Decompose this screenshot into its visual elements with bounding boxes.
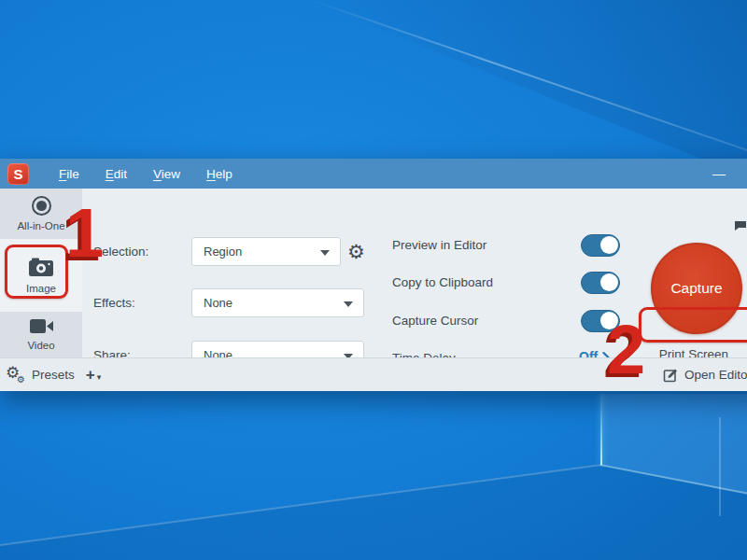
close-button[interactable]: ✕ bbox=[740, 159, 747, 189]
menu-view[interactable]: View bbox=[144, 163, 190, 185]
effects-label: Effects: bbox=[93, 296, 135, 310]
toggle-preview-in-editor[interactable] bbox=[581, 234, 620, 257]
toggle-knob bbox=[600, 273, 618, 291]
copy-to-clipboard-label: Copy to Clipboard bbox=[392, 275, 493, 289]
toggle-knob bbox=[600, 236, 618, 254]
chevron-down-icon bbox=[344, 301, 353, 307]
annotation-box-print-screen bbox=[639, 307, 747, 343]
menu-edit[interactable]: Edit bbox=[96, 163, 136, 185]
open-editor-icon bbox=[663, 368, 678, 383]
presets-label: Presets bbox=[32, 368, 75, 382]
caret-down-icon: ▾ bbox=[97, 369, 102, 382]
menu-file[interactable]: File bbox=[49, 163, 89, 185]
menubar: File Edit View Help bbox=[49, 163, 242, 185]
toggle-copy-to-clipboard[interactable] bbox=[581, 272, 620, 294]
preview-in-editor-label: Preview in Editor bbox=[392, 238, 486, 252]
presets-gear-icon: ⚙ ⚙ bbox=[6, 365, 26, 385]
effects-value: None bbox=[204, 296, 233, 310]
wallpaper-ray-vertical bbox=[600, 394, 602, 465]
tab-label: All-in-One bbox=[17, 220, 64, 231]
capture-cursor-label: Capture Cursor bbox=[392, 314, 478, 328]
tab-video[interactable]: Video bbox=[0, 312, 82, 357]
clipped-toolbar-icon[interactable] bbox=[734, 218, 747, 235]
open-editor-button[interactable]: Open Editor bbox=[663, 358, 747, 391]
annotation-step-2: 2 bbox=[607, 315, 645, 385]
open-editor-label: Open Editor bbox=[684, 368, 747, 382]
selection-gear-icon[interactable]: ⚙ bbox=[347, 242, 365, 261]
minimize-button[interactable]: — bbox=[698, 159, 740, 189]
annotation-step-1: 1 bbox=[65, 199, 104, 268]
annotation-box-image-tab bbox=[5, 245, 68, 299]
menu-help[interactable]: Help bbox=[197, 163, 242, 185]
presets-button[interactable]: ⚙ ⚙ Presets + ▾ bbox=[6, 358, 101, 391]
titlebar: S File Edit View Help — ✕ bbox=[0, 159, 747, 189]
selection-dropdown[interactable]: Region bbox=[191, 237, 341, 266]
tab-label: Video bbox=[27, 340, 54, 351]
selection-value: Region bbox=[204, 245, 242, 259]
window-controls: — ✕ bbox=[698, 159, 747, 189]
add-preset-button[interactable]: + bbox=[86, 366, 95, 385]
wallpaper-ray-vertical-2 bbox=[719, 417, 721, 516]
video-camera-icon bbox=[30, 319, 53, 335]
all-in-one-icon bbox=[32, 196, 51, 216]
effects-dropdown[interactable]: None bbox=[191, 288, 364, 317]
snagit-logo: S bbox=[7, 163, 29, 185]
chevron-down-icon bbox=[320, 250, 330, 256]
